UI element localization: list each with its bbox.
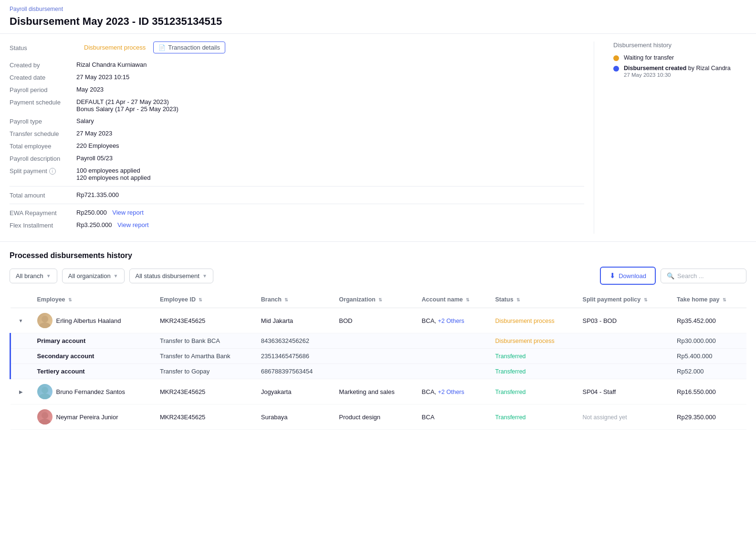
- th-expand: [10, 291, 32, 308]
- expand-button[interactable]: ▶: [16, 387, 26, 396]
- chevron-down-icon: ▼: [114, 273, 118, 279]
- field-value: 100 employees applied 120 employees not …: [76, 167, 150, 181]
- th-employee-id: Employee ID ⇅: [154, 291, 255, 308]
- organization-filter[interactable]: All organization ▼: [62, 269, 125, 283]
- flex-view-report-link[interactable]: View report: [117, 221, 149, 228]
- svg-point-2: [42, 387, 48, 394]
- svg-point-5: [39, 419, 51, 425]
- expand-cell: [10, 404, 32, 430]
- th-employee: Employee ⇅: [32, 291, 154, 308]
- field-payment-schedule: Payment schedule DEFAULT (21 Apr - 27 Ma…: [10, 98, 584, 113]
- take-home-pay-cell: Rp16.550.000: [671, 379, 746, 404]
- split-policy-cell: SP03 - BOD: [577, 308, 672, 333]
- status-label: Status: [10, 44, 76, 52]
- breadcrumb[interactable]: Payroll disbursement: [10, 6, 746, 12]
- status-cell: Transferred: [489, 404, 577, 430]
- status-filter[interactable]: All status disbursement ▼: [129, 269, 213, 283]
- field-value: Rizal Chandra Kurniawan: [76, 61, 147, 68]
- field-flex-installment: Flex Installment Rp3.250.000 View report: [10, 221, 584, 229]
- expand-cell: ▼: [10, 308, 32, 333]
- field-payroll-type: Payroll type Salary: [10, 117, 584, 125]
- sub-row-status: Transferred: [489, 364, 577, 379]
- employee-cell: Bruno Fernandez Santos: [32, 379, 154, 404]
- sort-icon: ⇅: [284, 298, 288, 302]
- tab-disbursement-process[interactable]: Disbursement process: [80, 42, 149, 53]
- organization-cell: Product design: [333, 404, 416, 430]
- th-status: Status ⇅: [489, 291, 577, 308]
- timeline-dot-blue: [613, 66, 619, 72]
- avatar: [37, 313, 52, 328]
- field-value: Rp250.000 View report: [76, 209, 144, 216]
- field-value: 220 Employees: [76, 142, 119, 149]
- section-title: Processed disbursements history: [10, 251, 746, 260]
- search-icon: 🔍: [667, 272, 674, 280]
- ewa-view-report-link[interactable]: View report: [112, 209, 144, 216]
- search-placeholder: Search ...: [677, 272, 704, 280]
- organization-cell: BOD: [333, 308, 416, 333]
- expand-cell: ▶: [10, 379, 32, 404]
- field-created-date: Created date 27 May 2023 10:15: [10, 73, 584, 81]
- timeline-dot-orange: [613, 55, 619, 61]
- th-organization: Organization ⇅: [333, 291, 416, 308]
- employee-id-cell: MKR243E45625: [154, 308, 255, 333]
- field-value: Rp3.250.000 View report: [76, 221, 149, 228]
- sub-row-status: Disbursement process: [489, 333, 577, 349]
- field-label: Payroll description: [10, 155, 76, 162]
- sub-row-amount: Rp30.000.000: [671, 333, 746, 349]
- svg-point-0: [42, 316, 48, 322]
- field-total-amount: Total amount Rp721.335.000: [10, 191, 584, 199]
- table-row: ▶ Bruno Fernandez Santos MKR243E45625 Jo…: [10, 379, 747, 404]
- download-icon: ⬇: [609, 271, 616, 280]
- split-policy-cell: SP04 - Staff: [577, 379, 672, 404]
- history-label: Disbursement history: [613, 41, 746, 49]
- search-box[interactable]: 🔍 Search ...: [661, 269, 746, 283]
- table-row: Primary account Transfer to Bank BCA 843…: [10, 333, 747, 349]
- account-name-cell: BCA: [416, 404, 490, 430]
- status-badge: Transferred: [495, 353, 525, 360]
- branch-filter-value: All branch: [16, 272, 43, 280]
- sort-icon: ⇅: [723, 298, 726, 302]
- sub-row-number: 84363632456262: [255, 333, 334, 349]
- take-home-pay-cell: Rp35.452.000: [671, 308, 746, 333]
- status-badge: Disbursement process: [495, 338, 554, 344]
- sort-icon: ⇅: [516, 298, 520, 302]
- th-branch: Branch ⇅: [255, 291, 334, 308]
- sub-row-account: Primary account: [32, 333, 154, 349]
- sub-row-expand: [10, 349, 32, 364]
- field-value: Rp721.335.000: [76, 191, 119, 198]
- split-policy-cell: Not assigned yet: [577, 404, 672, 430]
- disbursements-table: Employee ⇅ Employee ID ⇅ Branch ⇅ Organi…: [10, 291, 746, 430]
- field-label: Total employee: [10, 142, 76, 150]
- branch-filter[interactable]: All branch ▼: [10, 269, 57, 283]
- field-label: Payroll type: [10, 117, 76, 125]
- field-value: Salary: [76, 117, 94, 124]
- others-link[interactable]: +2 Others: [438, 389, 464, 395]
- employee-name: Erling Albertus Haaland: [56, 317, 121, 324]
- tab-transaction-details[interactable]: 📄 Transaction details: [153, 41, 225, 53]
- sub-row-expand: [10, 364, 32, 379]
- timeline-date: 27 May 2023 10:30: [624, 72, 731, 78]
- avatar: [37, 384, 52, 399]
- field-label: Created by: [10, 61, 76, 69]
- employee-name: Neymar Pereira Junior: [56, 414, 118, 421]
- field-transfer-schedule: Transfer schedule 27 May 2023: [10, 130, 584, 137]
- svg-point-1: [39, 322, 51, 328]
- field-label: Flex Installment: [10, 221, 76, 229]
- download-button[interactable]: ⬇ Download: [600, 267, 656, 285]
- status-cell: Transferred: [489, 379, 577, 404]
- field-value: 27 May 2023 10:15: [76, 73, 129, 81]
- timeline-item: Waiting for transfer: [613, 54, 746, 61]
- page-title: Disbursement May 2023 - ID 351235134515: [10, 15, 746, 33]
- field-created-by: Created by Rizal Chandra Kurniawan: [10, 61, 584, 69]
- sub-row-account: Secondary account: [32, 349, 154, 364]
- others-link[interactable]: +2 Others: [438, 318, 464, 324]
- not-assigned-text: Not assigned yet: [583, 414, 627, 421]
- field-value: DEFAULT (21 Apr - 27 May 2023) Bonus Sal…: [76, 98, 178, 113]
- status-badge: Transferred: [495, 389, 525, 395]
- field-payroll-description: Payroll description Payroll 05/23: [10, 155, 584, 162]
- timeline: Waiting for transfer Disbursement create…: [613, 54, 746, 78]
- sub-row-status: Transferred: [489, 349, 577, 364]
- expand-button[interactable]: ▼: [16, 316, 26, 325]
- employee-name: Bruno Fernandez Santos: [56, 388, 126, 395]
- employee-id-cell: MKR243E45625: [154, 379, 255, 404]
